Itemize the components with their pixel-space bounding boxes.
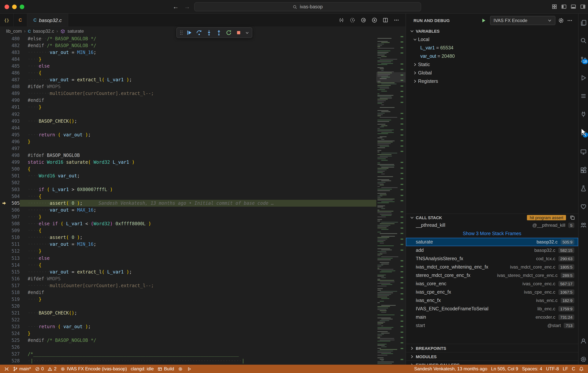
list-outline-icon[interactable] xyxy=(578,92,588,101)
code-content[interactable] xyxy=(20,124,376,131)
code-content[interactable]: { xyxy=(20,166,376,173)
gutter-glyph[interactable] xyxy=(0,138,8,145)
breadcrumb-symbol[interactable]: saturate xyxy=(67,29,84,34)
gutter-glyph[interactable] xyxy=(0,282,8,289)
testing-beaker-icon[interactable] xyxy=(578,184,588,193)
line-number[interactable]: 492 xyxy=(8,111,20,118)
layout-sidebar-left-icon[interactable] xyxy=(561,4,567,10)
code-content[interactable]: ····if·(·L_var1·>·0X00007fffL·) xyxy=(20,186,376,193)
code-content[interactable]: ····} xyxy=(20,213,376,220)
code-line[interactable]: 498#ifdef·BASOP_NOGLOB xyxy=(0,152,376,159)
code-content[interactable]: #endif xyxy=(20,97,376,104)
gutter-glyph[interactable] xyxy=(0,351,8,357)
line-number[interactable]: 526 xyxy=(8,344,20,351)
line-number[interactable]: 509 xyxy=(8,227,20,234)
gutter-glyph[interactable] xyxy=(0,309,8,316)
code-line[interactable]: 493····BASOP_CHECK(); xyxy=(0,118,376,124)
code-line[interactable]: 520 xyxy=(0,303,376,309)
heart-icon[interactable] xyxy=(578,202,588,211)
gutter-glyph[interactable] xyxy=(0,289,8,296)
stack-frame-main[interactable]: mainencoder.c731:24 xyxy=(406,313,578,321)
gutter-glyph[interactable] xyxy=(0,275,8,282)
gutter-glyph[interactable] xyxy=(0,200,8,207)
code-line[interactable]: 494 xyxy=(0,124,376,131)
code-content[interactable]: ····{ xyxy=(20,227,376,234)
line-number[interactable]: 495 xyxy=(8,131,20,138)
code-line[interactable]: 513····else xyxy=(0,255,376,262)
code-line[interactable]: 508····else·if·(·L_var1·<·(Word32)·0xfff… xyxy=(0,220,376,227)
code-content[interactable] xyxy=(20,111,376,118)
gutter-glyph[interactable] xyxy=(0,35,8,42)
gutter-glyph[interactable] xyxy=(0,131,8,138)
code-line[interactable]: 514····{ xyxy=(0,262,376,268)
variable-var_out[interactable]: var_out = 20480 xyxy=(406,52,578,60)
remote-plug-icon[interactable] xyxy=(578,110,588,119)
gutter-glyph[interactable] xyxy=(0,213,8,220)
code-line[interactable]: 501····Word16·var_out; xyxy=(0,173,376,179)
line-number[interactable]: 505 xyxy=(8,200,20,207)
gutter-glyph[interactable] xyxy=(0,220,8,227)
line-number[interactable]: 485 xyxy=(8,63,20,69)
stack-frame-add[interactable]: addbasop32.c582:15 xyxy=(406,246,578,254)
gutter-glyph[interactable] xyxy=(0,49,8,56)
line-number[interactable]: 519 xyxy=(8,296,20,303)
code-line[interactable]: 525#endif·/*·BASOP_NOGLOB·*/ xyxy=(0,337,376,344)
line-number[interactable]: 518 xyxy=(8,289,20,296)
code-line[interactable]: 489········multiCounter[currCounter].ext… xyxy=(0,90,376,97)
code-line[interactable]: 512····} xyxy=(0,248,376,255)
code-editor[interactable]: 480#else··/*·BASOP_NOGLOB·*/482#endif·/*… xyxy=(0,35,406,365)
status-item-c[interactable]: C xyxy=(570,365,577,373)
code-line[interactable]: 487········var_out·=·extract_l(·L_var1·)… xyxy=(0,77,376,83)
stack-frame-ivas_enc_fx[interactable]: ivas_enc_fxivas_enc.c182:9 xyxy=(406,296,578,305)
code-line[interactable]: 503····if·(·L_var1·>·0X00007fffL·) xyxy=(0,186,376,193)
gutter-glyph[interactable] xyxy=(0,83,8,90)
code-line[interactable]: 528·|···································… xyxy=(0,357,376,364)
line-number[interactable]: 517 xyxy=(8,282,20,289)
line-number[interactable]: 521 xyxy=(8,309,20,316)
line-number[interactable]: 482 xyxy=(8,42,20,49)
gutter-glyph[interactable] xyxy=(0,357,8,364)
code-content[interactable]: ····return·(·var_out·); xyxy=(20,131,376,138)
breadcrumb-folder[interactable]: lib_com xyxy=(6,29,22,34)
gutter-glyph[interactable] xyxy=(0,69,8,76)
line-number[interactable]: 483 xyxy=(8,49,20,56)
code-content[interactable]: ····return·(·var_out·); xyxy=(20,323,376,330)
gutter-glyph[interactable] xyxy=(0,262,8,268)
status-item-utf-8[interactable]: UTF-8 xyxy=(544,365,561,373)
variables-scope-registers[interactable]: Registers xyxy=(406,77,578,86)
show-more-stack-frames-link[interactable]: Show 3 More Stack Frames xyxy=(406,230,578,238)
status-item-sandesh-venkatesh-13-months-ago[interactable]: Sandesh Venkatesh, 13 months ago xyxy=(412,365,489,373)
code-content[interactable]: ········var_out·=·MIN_16; xyxy=(20,49,376,56)
stack-frame-TNSAnalysisStereo_fx[interactable]: TNSAnalysisStereo_fxcod_tcx.c290:63 xyxy=(406,254,578,263)
code-content[interactable]: ········assert(·0·); xyxy=(20,234,376,241)
code-line[interactable]: 507····} xyxy=(0,213,376,220)
settings-gear-icon[interactable] xyxy=(578,355,588,364)
code-content[interactable] xyxy=(20,344,376,351)
code-content[interactable]: #ifdef·WMOPS xyxy=(20,83,376,90)
status-item-ivas-fx-encode-ivas-basop[interactable]: IVAS FX Encode (ivas-basop) xyxy=(58,365,129,373)
line-number[interactable]: 520 xyxy=(8,303,20,309)
gutter-glyph[interactable] xyxy=(0,303,8,309)
breadcrumb-file[interactable]: basop32.c xyxy=(33,29,54,34)
line-number[interactable]: 480 xyxy=(8,35,20,42)
code-content[interactable]: ····BASOP_CHECK(); xyxy=(20,118,376,124)
close-window-button[interactable] xyxy=(5,5,9,9)
gutter-glyph[interactable] xyxy=(0,145,8,152)
code-content[interactable]: ········var_out·=·extract_l(·L_var1·); xyxy=(20,77,376,83)
code-line[interactable]: 505········assert(·0·);Sandesh Venkatesh… xyxy=(0,200,376,207)
line-number[interactable]: 489 xyxy=(8,90,20,97)
open-changes-icon[interactable] xyxy=(360,17,367,23)
stack-frame-saturate[interactable]: saturatebasop32.c505:9 xyxy=(406,238,578,246)
code-line[interactable]: 495····return·(·var_out·); xyxy=(0,131,376,138)
gutter-glyph[interactable] xyxy=(0,207,8,213)
line-number[interactable]: 514 xyxy=(8,262,20,268)
code-line[interactable]: 484····} xyxy=(0,56,376,63)
line-number[interactable]: 494 xyxy=(8,124,20,131)
code-line[interactable]: 515········var_out·=·extract_l(·L_var1·)… xyxy=(0,268,376,275)
line-number[interactable]: 515 xyxy=(8,268,20,275)
gutter-glyph[interactable] xyxy=(0,227,8,234)
code-content[interactable]: ········assert(·0·);Sandesh Venkatesh, 1… xyxy=(20,200,376,207)
line-number[interactable]: 501 xyxy=(8,173,20,179)
command-center-search[interactable]: ivas-basop xyxy=(194,2,421,11)
code-line[interactable]: 497 xyxy=(0,145,376,152)
